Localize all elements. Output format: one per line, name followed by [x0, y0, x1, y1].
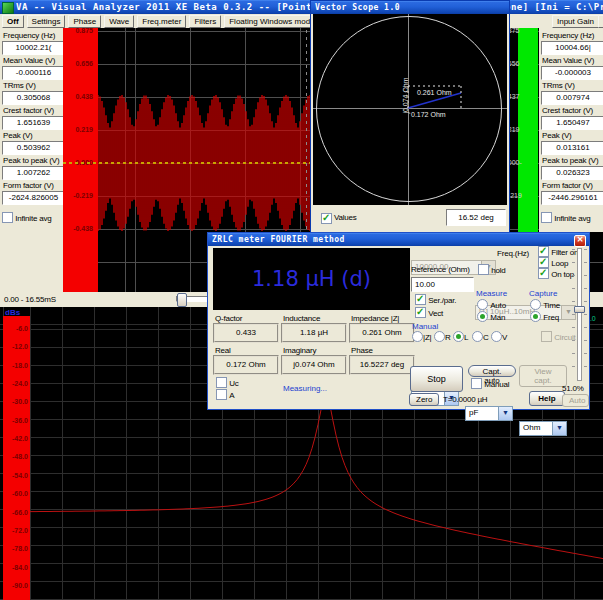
- measurement-pair: Frequency (Hz)10002.21(: [2, 30, 65, 55]
- measure-man-radio-row[interactable]: Man: [477, 311, 505, 322]
- zero-button[interactable]: Zero: [409, 393, 439, 406]
- reference-label: Reference (Ohm): [411, 265, 470, 274]
- vect-checkbox[interactable]: [415, 307, 426, 318]
- q-factor-value: 0.433: [213, 323, 279, 343]
- measurement-pair: Crest factor (V)1.651639: [2, 105, 65, 130]
- chevron-down-icon: ▼: [552, 422, 566, 435]
- toolbar-button-settings[interactable]: Settings: [27, 15, 66, 28]
- left-infinite-avg-label: Infinite avg: [15, 214, 51, 223]
- vector-scope-plot: j0.074 Ohm 0.261 Ohm 0.172 Ohm: [313, 14, 507, 205]
- values-checkbox-label: Values: [334, 213, 357, 222]
- toolbar-button-wave[interactable]: Wave: [104, 15, 134, 28]
- help-button[interactable]: Help: [529, 391, 565, 406]
- on-top-row[interactable]: On top: [538, 268, 574, 279]
- uc-checkbox-row[interactable]: Uc: [216, 377, 239, 388]
- level-slider-thumb[interactable]: [574, 306, 585, 313]
- real-label: Real: [215, 346, 231, 355]
- measurement-pair: Frequency (Hz)10004.66|: [541, 30, 603, 55]
- hold-checkbox[interactable]: [478, 264, 489, 275]
- zrlc-titlebar[interactable]: ZRLC meter FOURIER method: [208, 233, 589, 246]
- spectrum-tick-label: -30.0: [8, 398, 28, 406]
- vector-scope-footer: Values 16.52 deg: [313, 205, 507, 231]
- a-checkbox-row[interactable]: A: [216, 389, 234, 400]
- measurement-value: 1.650497: [541, 116, 603, 130]
- measurement-value: -0.000003: [541, 66, 603, 80]
- spectrum-tick-label: -66.0: [8, 509, 28, 517]
- vector-scope-titlebar[interactable]: Vector Scope 1.0: [311, 1, 509, 14]
- manual-z-radio-row[interactable]: |Z|: [412, 331, 431, 342]
- capt-auto-button[interactable]: Capt. auto: [468, 365, 516, 377]
- manual-capture-checkbox[interactable]: [471, 378, 482, 389]
- right-infinite-avg-checkbox[interactable]: [541, 212, 552, 223]
- left-scope-ticks: 0.8750.6560.4380.2190.000-0.219-0.438: [63, 28, 96, 292]
- measurement-pair: Peak to peak (V)0.026323: [541, 155, 603, 180]
- vect-row[interactable]: Vect: [415, 307, 443, 318]
- unit-c-combo[interactable]: pF▼: [465, 406, 513, 421]
- impedance-vector: [313, 14, 507, 205]
- input-gain-button[interactable]: Input Gain: [552, 15, 599, 28]
- spectrum-tick-label: -84.0: [8, 564, 28, 572]
- toolbar-button-floating-windows-mode[interactable]: Floating Windows mode: [224, 15, 319, 28]
- measurement-value: 0.026323: [541, 166, 603, 180]
- scope-tick-label: 0.656: [75, 60, 93, 68]
- measurement-pair: TRms (V)0.007974: [541, 80, 603, 105]
- manual-capture-row[interactable]: Manual: [471, 378, 509, 389]
- level-slider[interactable]: [577, 248, 582, 381]
- left-infinite-avg[interactable]: Infinite avg: [2, 212, 65, 223]
- capture-time-radio-row[interactable]: Time: [530, 299, 560, 310]
- visual-analyzer-app: VA -- Visual Analyzer 2011 XE Beta 0.3.2…: [0, 0, 603, 600]
- measurement-label: TRms (V): [3, 80, 65, 91]
- z-radio[interactable]: [412, 331, 423, 342]
- right-infinite-avg[interactable]: Infinite avg: [541, 212, 603, 223]
- freq-radio[interactable]: [530, 311, 541, 322]
- reference-input[interactable]: 10.00: [411, 277, 474, 292]
- hold-row[interactable]: hold: [478, 264, 506, 275]
- stop-button[interactable]: Stop: [410, 366, 463, 392]
- time-radio[interactable]: [530, 299, 541, 310]
- c-radio[interactable]: [472, 331, 483, 342]
- time-range-label: 0.00 - 16.55mS: [4, 295, 56, 304]
- serpar-row[interactable]: Ser./par.: [415, 294, 456, 305]
- toolbar-button-freq-meter[interactable]: Freq.meter: [137, 15, 186, 28]
- l-radio[interactable]: [453, 331, 464, 342]
- measurement-label: Mean Value (V): [542, 55, 603, 66]
- spectrum-tick-label: -36.0: [8, 417, 28, 425]
- a-checkbox[interactable]: [216, 389, 227, 400]
- r-radio[interactable]: [434, 331, 445, 342]
- view-capt-button[interactable]: View capt.: [519, 365, 567, 387]
- capture-freq-radio-row[interactable]: Freq: [530, 311, 559, 322]
- main-title-right: one] [Ini = C:\Prog: [505, 0, 603, 14]
- manual-group-label: Manual: [412, 322, 438, 331]
- man-radio[interactable]: [477, 311, 488, 322]
- time-scrollbar-thumb[interactable]: [177, 293, 187, 307]
- toolbar-button-filters[interactable]: Filters: [189, 15, 221, 28]
- manual-l-radio-row[interactable]: L: [453, 331, 468, 342]
- level-percent-label: 51.0%: [562, 384, 584, 393]
- left-infinite-avg-checkbox[interactable]: [2, 212, 13, 223]
- toolbar-button-off[interactable]: Off: [2, 15, 24, 28]
- cropped-right-button[interactable]: [598, 15, 603, 28]
- manual-c-radio-row[interactable]: C: [472, 331, 489, 342]
- manual-r-radio-row[interactable]: R: [434, 331, 451, 342]
- measurement-label: Form factor (V): [542, 180, 603, 191]
- unit-r-combo[interactable]: Ohm▼: [519, 421, 567, 436]
- right-panel-fields: Frequency (Hz)10004.66|Mean Value (V)-0.…: [541, 30, 603, 205]
- v-radio[interactable]: [491, 331, 502, 342]
- auto-radio[interactable]: [477, 299, 488, 310]
- values-checkbox[interactable]: [321, 213, 332, 224]
- chevron-down-icon: ▼: [498, 407, 512, 420]
- serpar-checkbox[interactable]: [415, 294, 426, 305]
- measurement-label: Crest factor (V): [3, 105, 65, 116]
- measurement-value: 0.305068: [2, 91, 65, 105]
- spectrum-tick-label: -42.0: [8, 435, 28, 443]
- auto-level-button[interactable]: Auto: [562, 394, 589, 407]
- measurement-pair: Peak to peak (V)1.007262: [2, 155, 65, 180]
- measurement-label: TRms (V): [542, 80, 603, 91]
- main-titlebar[interactable]: VA -- Visual Analyzer 2011 XE Beta 0.3.2…: [0, 0, 603, 14]
- on-top-checkbox[interactable]: [538, 268, 549, 279]
- spectrum-tick-label: -72.0: [8, 527, 28, 535]
- measure-auto-radio-row[interactable]: Auto: [477, 299, 506, 310]
- manual-v-radio-row[interactable]: V: [491, 331, 507, 342]
- measurement-label: Crest factor (V): [542, 105, 603, 116]
- uc-checkbox[interactable]: [216, 377, 227, 388]
